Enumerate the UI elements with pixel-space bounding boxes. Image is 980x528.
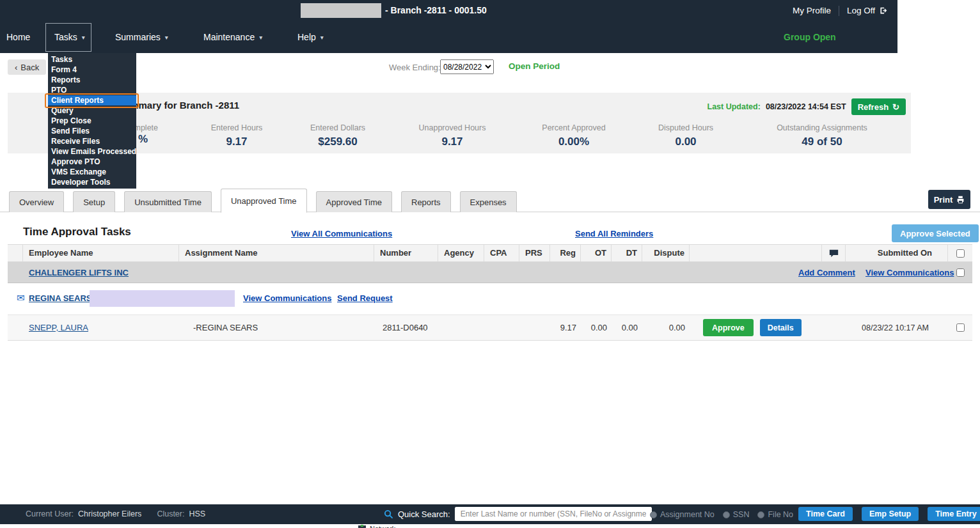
radio-dot-icon [650, 511, 657, 518]
td-gutter [8, 315, 23, 340]
menu-item-client-reports[interactable]: Client Reports [48, 95, 136, 105]
table-header-row: Employee Name Assignment Name Number Age… [8, 244, 972, 262]
current-user-value: Christopher Eilers [78, 509, 141, 518]
quick-search-radios: Assignment No SSN File No [650, 510, 793, 519]
send-request-link[interactable]: Send Request [337, 293, 393, 303]
th-number: Number [374, 245, 438, 261]
back-chevron-icon: ‹ [15, 63, 17, 72]
approve-selected-button[interactable]: Approve Selected [892, 224, 979, 242]
search-icon [384, 509, 393, 519]
menu-item-developer-tools[interactable]: Developer Tools [48, 177, 136, 187]
employee-row: SNEPP, LAURA -REGINA SEARS 2811-D0640 9.… [8, 314, 972, 341]
tab-overview[interactable]: Overview [9, 191, 64, 212]
tab-expenses[interactable]: Expenses [460, 191, 517, 212]
tab-approved-time[interactable]: Approved Time [316, 191, 392, 212]
top-bar-divider [839, 6, 839, 16]
details-button[interactable]: Details [760, 319, 802, 336]
radio-dot-icon [757, 511, 764, 518]
quick-search-input[interactable] [455, 507, 652, 521]
footer-buttons: Time Card Emp Setup Time Entry [798, 507, 980, 521]
refresh-button[interactable]: Refresh ↻ [851, 98, 906, 115]
nav-item-home[interactable]: Home [6, 21, 30, 53]
contact-view-communications-link[interactable]: View Communications [243, 293, 331, 303]
menu-item-reports[interactable]: Reports [48, 75, 136, 85]
td-actions: Approve Details [690, 315, 822, 340]
tab-setup[interactable]: Setup [73, 191, 115, 212]
radio-file-no[interactable]: File No [757, 510, 793, 519]
week-ending-label: Week Ending: [389, 63, 441, 72]
menu-item-pto[interactable]: PTO [48, 85, 136, 95]
menu-item-send-files[interactable]: Send Files [48, 126, 136, 136]
week-ending-select[interactable]: 08/28/2022 [440, 59, 494, 74]
back-button[interactable]: ‹ Back [8, 59, 46, 75]
branch-title: - Branch -2811 - 0001.50 [385, 5, 487, 15]
network-indicator: Network [358, 525, 395, 528]
th-submitted-on: Submitted On [846, 245, 948, 261]
footer-user-info: Current User: Christopher Eilers Cluster… [26, 509, 205, 518]
nav-item-maintenance[interactable]: Maintenance▾ [203, 21, 262, 53]
radio-ssn[interactable]: SSN [723, 510, 750, 519]
summary-panel: Summary for Branch -2811 Last Updated: 0… [8, 93, 911, 153]
nav-item-help[interactable]: Help▾ [297, 21, 324, 53]
contact-name-link[interactable]: REGINA SEARS [29, 293, 91, 303]
th-dt: DT [612, 245, 642, 261]
menu-item-prep-close[interactable]: Prep Close [48, 116, 136, 126]
group-view-communications-link[interactable]: View Communications [865, 268, 954, 277]
tab-unapproved-time[interactable]: Unapproved Time [221, 189, 307, 213]
view-all-communications-link[interactable]: View All Communications [291, 229, 392, 238]
tab-reports[interactable]: Reports [401, 191, 451, 212]
chevron-down-icon: ▾ [259, 34, 262, 41]
quick-search-label: Quick Search: [398, 509, 450, 519]
tab-unsubmitted-time[interactable]: Unsubmitted Time [124, 191, 212, 212]
footer-bar: Current User: Christopher Eilers Cluster… [0, 504, 980, 524]
nav-item-summaries[interactable]: Summaries▾ [115, 21, 168, 53]
envelope-icon[interactable]: ✉ [17, 292, 25, 304]
section-title: Time Approval Tasks [23, 226, 131, 238]
group-select-checkbox[interactable] [956, 268, 965, 277]
stat-entered-hours: Entered Hours 9.17 [211, 123, 263, 148]
employee-name-link[interactable]: SNEPP, LAURA [29, 323, 88, 332]
emp-setup-button[interactable]: Emp Setup [862, 507, 919, 521]
last-updated-row: Last Updated: 08/23/2022 14:54 EST Refre… [707, 98, 906, 115]
approve-button[interactable]: Approve [703, 319, 754, 336]
row-select-checkbox[interactable] [956, 323, 965, 332]
radio-assignment-no[interactable]: Assignment No [650, 510, 715, 519]
th-employee-name: Employee Name [23, 245, 179, 261]
my-profile-link[interactable]: My Profile [793, 6, 831, 15]
menu-item-vms-exchange[interactable]: VMS Exchange [48, 167, 136, 177]
log-off-link[interactable]: Log Off [847, 6, 887, 15]
td-assignment: -REGINA SEARS [179, 315, 374, 340]
app-root: - Branch -2811 - 0001.50 My Profile Log … [0, 0, 980, 528]
menu-item-form-4[interactable]: Form 4 [48, 65, 136, 75]
quick-search-group: Quick Search: [384, 507, 652, 521]
network-label: Network [370, 525, 395, 528]
td-employee: SNEPP, LAURA [23, 315, 179, 340]
nav-item-tasks[interactable]: Tasks▾ [54, 21, 85, 53]
select-all-checkbox[interactable] [956, 249, 965, 258]
th-assignment-name: Assignment Name [179, 245, 374, 261]
menu-item-receive-files[interactable]: Receive Files [48, 136, 136, 146]
td-dt: 0.00 [612, 315, 642, 340]
menu-item-view-emails-processed[interactable]: View Emails Processed [48, 146, 136, 157]
time-entry-button[interactable]: Time Entry [928, 507, 980, 521]
client-group-link[interactable]: CHALLENGER LIFTS INC [29, 268, 129, 277]
last-updated-label: Last Updated: [707, 102, 761, 111]
chevron-down-icon: ▾ [82, 34, 85, 41]
footer-spacer [146, 509, 152, 518]
menu-item-tasks[interactable]: Tasks [48, 54, 136, 65]
td-cpa [484, 315, 519, 340]
network-icon [358, 525, 366, 528]
add-comment-link[interactable]: Add Comment [798, 268, 855, 277]
th-select [948, 245, 972, 261]
time-card-button[interactable]: Time Card [798, 507, 853, 521]
menu-item-approve-pto[interactable]: Approve PTO [48, 157, 136, 167]
last-updated-value: 08/23/2022 14:54 EST [766, 102, 846, 111]
th-cpa: CPA [484, 245, 519, 261]
th-prs: PRS [519, 245, 550, 261]
td-comment [822, 315, 846, 340]
print-button[interactable]: Print [928, 190, 970, 209]
stat-percent-complete-value: % [138, 133, 148, 146]
redacted-company-name [301, 3, 381, 18]
menu-item-query[interactable]: Query [48, 105, 136, 116]
send-all-reminders-link[interactable]: Send All Reminders [575, 229, 653, 238]
